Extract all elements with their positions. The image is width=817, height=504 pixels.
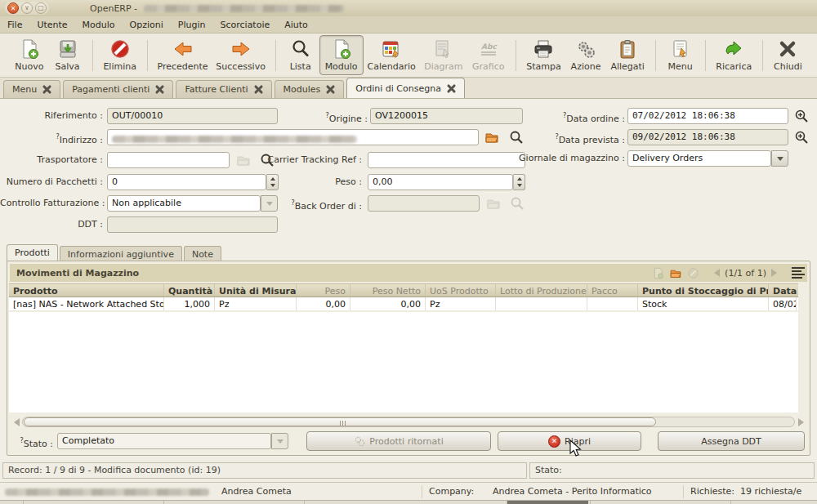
table-header-row: Prodotto Quantità Unità di Misura Peso P… <box>9 283 798 297</box>
search-icon <box>290 38 311 60</box>
numero-pacchetti-field[interactable]: 0 <box>107 174 266 190</box>
new-button[interactable]: Nuovo <box>10 36 49 74</box>
open-resource-icon[interactable] <box>484 130 499 145</box>
col-prodotto[interactable]: Prodotto <box>9 284 164 297</box>
indirizzo-field[interactable] <box>107 129 479 145</box>
svg-text:Abc: Abc <box>481 42 497 51</box>
tab-prodotti[interactable]: Prodotti <box>7 244 58 261</box>
tab-menu[interactable]: Menu <box>3 80 60 98</box>
save-button[interactable]: Salva <box>49 36 87 74</box>
tab-close-icon[interactable] <box>326 85 335 94</box>
mouse-cursor <box>569 439 583 457</box>
tab-modules[interactable]: Modules <box>275 80 345 98</box>
tab-pagamenti-clienti[interactable]: Pagamenti clienti <box>63 80 173 98</box>
origine-field[interactable]: OV1200015 <box>370 108 523 124</box>
tab-informazioni-aggiuntive[interactable]: Informazioni aggiuntive <box>60 246 182 261</box>
scrollbar-thumb[interactable] <box>24 417 656 426</box>
menu-plugin[interactable]: Plugin <box>171 18 213 32</box>
action-button[interactable]: Azione <box>566 36 606 74</box>
delete-button[interactable]: Elimina <box>98 36 141 74</box>
scroll-right-icon[interactable] <box>795 418 806 426</box>
scroll-left-icon[interactable] <box>11 418 22 426</box>
form-view-button[interactable]: Modulo <box>319 35 364 75</box>
horizontal-scrollbar[interactable] <box>11 416 806 428</box>
col-data[interactable]: Data <box>769 284 797 297</box>
taskbar-active-window[interactable] <box>507 501 588 504</box>
tab-note[interactable]: Note <box>184 246 221 261</box>
menu-aiuto[interactable]: Aiuto <box>277 18 315 32</box>
menu-utente[interactable]: Utente <box>29 18 74 32</box>
date-picker-icon[interactable] <box>794 130 809 145</box>
reload-button[interactable]: Ricarica <box>712 36 757 74</box>
data-ordine-label: ?Data ordine : <box>507 108 625 124</box>
col-pacco[interactable]: Pacco <box>587 284 638 297</box>
list-view-button[interactable]: Lista <box>282 36 319 74</box>
window-maximize-icon[interactable]: □ <box>35 2 47 14</box>
stato-combo[interactable]: Completato <box>57 433 271 449</box>
open-row-icon[interactable] <box>669 267 682 279</box>
tab-fatture-clienti[interactable]: Fatture Clienti <box>176 80 271 98</box>
state-status: Stato: <box>529 462 815 479</box>
ddt-field[interactable] <box>107 216 278 233</box>
tab-close-icon[interactable] <box>447 84 456 93</box>
data-ordine-field[interactable]: 07/02/2012 18:06:38 <box>627 108 788 124</box>
toolbar-separator <box>275 40 276 71</box>
stock-moves-table: Prodotto Quantità Unità di Misura Peso P… <box>9 283 798 311</box>
requests-count[interactable]: 19 richiesta/e <box>740 486 801 497</box>
col-unita-di-misura[interactable]: Unità di Misura <box>215 284 297 297</box>
pager-previous-icon[interactable] <box>714 269 720 277</box>
giornale-combo[interactable]: Delivery Orders <box>627 150 771 167</box>
print-button[interactable]: Stampa <box>521 36 565 74</box>
table-row[interactable]: [nas] NAS - Network Attached Storage 1,0… <box>9 297 798 311</box>
new-row-icon <box>652 267 664 279</box>
save-icon <box>57 38 78 60</box>
diagram-icon <box>433 38 454 60</box>
server-info-redacted <box>5 488 209 496</box>
data-prevista-field[interactable]: 09/02/2012 18:06:38 <box>627 129 788 145</box>
window-close-icon[interactable]: ✕ <box>7 2 19 14</box>
previous-button[interactable]: Precedente <box>154 36 212 74</box>
toolbar-separator <box>705 40 706 71</box>
date-picker-icon[interactable] <box>794 109 809 123</box>
col-quantita[interactable]: Quantità <box>164 284 215 297</box>
menu-file[interactable]: File <box>0 18 29 32</box>
riferimento-field[interactable]: OUT/00010 <box>107 108 278 124</box>
tab-strip: Menu Pagamenti clienti Fatture Clienti M… <box>0 78 817 99</box>
col-punto-di-stoccaggio[interactable]: Punto di Stoccaggio di Provenienza <box>638 284 769 297</box>
diagram-view-button: Diagram <box>420 36 467 74</box>
back-order-label: ?Back Order di : <box>261 195 362 212</box>
peso-field[interactable]: 0,00 <box>368 174 513 190</box>
menu-scorciatoie[interactable]: Scorciatoie <box>212 18 277 32</box>
pager-text: (1/1 of 1) <box>725 268 766 279</box>
title-bar: ✕ ∨ □ OpenERP - <box>0 0 817 16</box>
peso-label: Peso : <box>261 174 362 190</box>
menu-button[interactable]: Menu <box>662 36 699 74</box>
calendar-view-button[interactable]: Calendario <box>364 36 420 74</box>
pager-next-icon[interactable] <box>771 269 777 277</box>
menu-opzioni[interactable]: Opzioni <box>123 18 171 32</box>
tab-ordini-di-consegna[interactable]: Ordini di Consegna <box>346 78 465 98</box>
requests-label: Richieste: <box>690 486 734 497</box>
attachments-button[interactable]: Allegati <box>606 36 650 74</box>
menu-modulo[interactable]: Modulo <box>75 18 123 32</box>
col-peso[interactable]: Peso <box>297 284 350 297</box>
window-minimize-icon[interactable]: ∨ <box>21 2 33 14</box>
switch-view-icon[interactable] <box>792 267 805 279</box>
trasportatore-field[interactable] <box>107 152 230 168</box>
back-order-field[interactable] <box>368 195 480 212</box>
col-uos-prodotto[interactable]: UoS Prodotto <box>426 284 496 297</box>
tab-close-icon[interactable] <box>254 85 263 94</box>
next-button[interactable]: Successivo <box>212 36 269 74</box>
menu-form-icon <box>670 38 691 60</box>
tab-close-icon[interactable] <box>155 85 164 94</box>
giornale-dropdown-button[interactable] <box>771 150 788 167</box>
close-tab-button[interactable]: Chiudi <box>769 36 807 74</box>
col-lotto-di-produzione[interactable]: Lotto di Produzione <box>496 284 587 297</box>
assegna-ddt-button[interactable]: Assegna DDT <box>658 431 805 451</box>
col-peso-netto[interactable]: Peso Netto <box>350 284 426 297</box>
data-prevista-label: ?Data prevista : <box>507 129 625 145</box>
peso-spinner[interactable] <box>513 174 525 190</box>
connection-bar: Andrea Cometa Company: Andrea Cometa - P… <box>0 482 817 500</box>
controllo-fatturazione-combo[interactable]: Non applicabile <box>107 195 261 212</box>
tab-close-icon[interactable] <box>42 85 51 94</box>
